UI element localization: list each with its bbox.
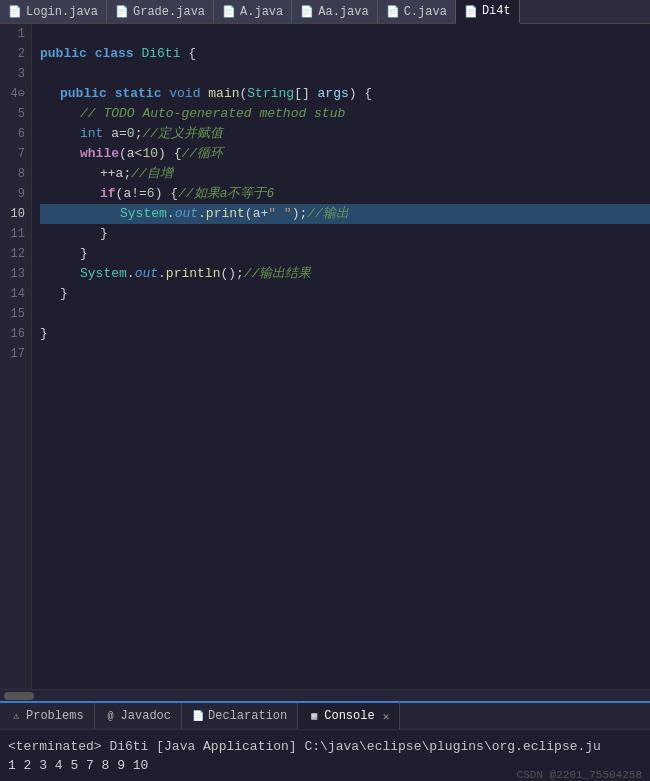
code-line-3 (40, 64, 650, 84)
code-content[interactable]: public class Di6ti { public static void … (32, 24, 650, 689)
problems-icon: ⚠ (10, 710, 22, 722)
line-num-7: 7 (6, 144, 25, 164)
line-num-16: 16 (6, 324, 25, 344)
tab-login[interactable]: 📄 Login.java (0, 0, 107, 23)
code-line-16: } (40, 324, 650, 344)
code-line-5: // TODO Auto-generated method stub (40, 104, 650, 124)
tab-javadoc[interactable]: @ Javadoc (95, 703, 182, 729)
code-editor: 1 2 3 4⊖ 5 6 7 8 9 10 11 12 13 14 15 16 … (0, 24, 650, 701)
code-line-14: } (40, 284, 650, 304)
code-line-11: } (40, 224, 650, 244)
code-line-15 (40, 304, 650, 324)
line-num-8: 8 (6, 164, 25, 184)
console-terminated-line: <terminated> Di6ti [Java Application] C:… (8, 737, 642, 756)
code-line-17 (40, 344, 650, 364)
line-num-9: 9 (6, 184, 25, 204)
code-line-2: public class Di6ti { (40, 44, 650, 64)
code-line-12: } (40, 244, 650, 264)
line-num-6: 6 (6, 124, 25, 144)
file-icon: 📄 (8, 5, 22, 18)
console-close-button[interactable]: ✕ (383, 710, 390, 723)
line-num-3: 3 (6, 64, 25, 84)
code-line-13: System.out.println();//输出结果 (40, 264, 650, 284)
tab-di4t[interactable]: 📄 Di4t (456, 0, 520, 24)
line-numbers: 1 2 3 4⊖ 5 6 7 8 9 10 11 12 13 14 15 16 … (0, 24, 32, 689)
line-num-17: 17 (6, 344, 25, 364)
tab-problems[interactable]: ⚠ Problems (0, 703, 95, 729)
code-line-7: while(a<10) {//循环 (40, 144, 650, 164)
file-icon: 📄 (464, 5, 478, 18)
line-num-10: 10 (6, 204, 25, 224)
file-icon: 📄 (300, 5, 314, 18)
code-line-10: System.out.print(a+" ");//输出 (40, 204, 650, 224)
tab-a[interactable]: 📄 A.java (214, 0, 292, 23)
line-num-14: 14 (6, 284, 25, 304)
declaration-icon: 📄 (192, 710, 204, 722)
line-num-5: 5 (6, 104, 25, 124)
line-num-2: 2 (6, 44, 25, 64)
line-num-4: 4⊖ (6, 84, 25, 104)
line-num-11: 11 (6, 224, 25, 244)
file-icon: 📄 (115, 5, 129, 18)
console-icon: ▦ (308, 710, 320, 722)
tab-console[interactable]: ▦ Console ✕ (298, 701, 400, 729)
code-line-6: int a=0;//定义并赋值 (40, 124, 650, 144)
bottom-panel-tabs: ⚠ Problems @ Javadoc 📄 Declaration ▦ Con… (0, 701, 650, 729)
watermark: CSDN @2201_75504258 (517, 769, 642, 781)
console-output: <terminated> Di6ti [Java Application] C:… (0, 729, 650, 781)
tab-grade[interactable]: 📄 Grade.java (107, 0, 214, 23)
code-line-1 (40, 24, 650, 44)
code-line-4: public static void main(String[] args) { (40, 84, 650, 104)
code-line-8: ++a;//自增 (40, 164, 650, 184)
code-line-9: if(a!=6) {//如果a不等于6 (40, 184, 650, 204)
line-num-1: 1 (6, 24, 25, 44)
editor-tab-bar: 📄 Login.java 📄 Grade.java 📄 A.java 📄 Aa.… (0, 0, 650, 24)
tab-c[interactable]: 📄 C.java (378, 0, 456, 23)
scrollbar-thumb[interactable] (4, 692, 34, 700)
tab-aa[interactable]: 📄 Aa.java (292, 0, 377, 23)
javadoc-icon: @ (105, 710, 117, 722)
line-num-13: 13 (6, 264, 25, 284)
file-icon: 📄 (222, 5, 236, 18)
tab-declaration[interactable]: 📄 Declaration (182, 703, 298, 729)
horizontal-scrollbar[interactable] (0, 689, 650, 701)
code-scroll-area[interactable]: 1 2 3 4⊖ 5 6 7 8 9 10 11 12 13 14 15 16 … (0, 24, 650, 689)
line-num-12: 12 (6, 244, 25, 264)
file-icon: 📄 (386, 5, 400, 18)
line-num-15: 15 (6, 304, 25, 324)
